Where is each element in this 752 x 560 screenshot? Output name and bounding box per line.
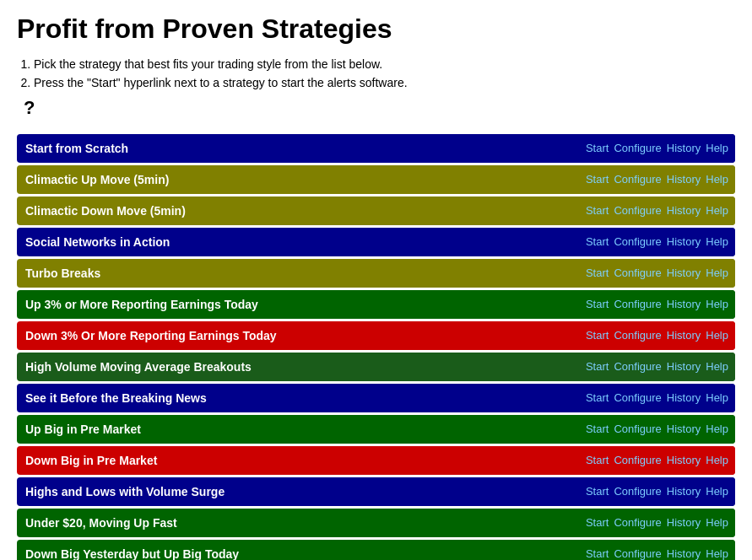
strategy-row: Down Big in Pre MarketStartConfigureHist… <box>17 446 735 475</box>
strategy-start-link[interactable]: Start <box>586 547 609 560</box>
strategy-row: Under $20, Moving Up FastStartConfigureH… <box>17 509 735 537</box>
strategy-row: Down 3% Or More Reporting Earnings Today… <box>17 321 735 350</box>
strategy-configure-link[interactable]: Configure <box>614 142 661 154</box>
strategy-name: Down 3% Or More Reporting Earnings Today <box>17 321 549 350</box>
strategy-history-link[interactable]: History <box>667 485 701 498</box>
strategy-configure-link[interactable]: Configure <box>614 329 661 342</box>
strategy-help-link[interactable]: Help <box>706 204 728 217</box>
strategy-help-link[interactable]: Help <box>706 329 728 342</box>
strategy-start-link[interactable]: Start <box>586 235 609 248</box>
strategy-actions: StartConfigureHistoryHelp <box>549 540 735 560</box>
strategy-configure-link[interactable]: Configure <box>614 235 661 248</box>
strategy-row: Up Big in Pre MarketStartConfigureHistor… <box>17 415 735 444</box>
strategy-actions: StartConfigureHistoryHelp <box>549 353 735 381</box>
strategy-help-link[interactable]: Help <box>706 516 728 529</box>
strategy-configure-link[interactable]: Configure <box>614 360 661 373</box>
strategy-history-link[interactable]: History <box>667 142 701 154</box>
strategy-help-link[interactable]: Help <box>706 267 728 279</box>
page-title: Profit from Proven Strategies <box>17 13 735 45</box>
strategy-start-link[interactable]: Start <box>586 173 609 186</box>
strategy-actions: StartConfigureHistoryHelp <box>549 415 735 444</box>
strategy-start-link[interactable]: Start <box>586 298 609 310</box>
strategy-row: Up 3% or More Reporting Earnings TodaySt… <box>17 290 735 319</box>
strategy-row: Climactic Down Move (5min)StartConfigure… <box>17 197 735 225</box>
strategy-configure-link[interactable]: Configure <box>614 485 661 498</box>
instructions-block: Pick the strategy that best fits your tr… <box>17 55 735 122</box>
strategy-history-link[interactable]: History <box>667 547 701 560</box>
strategy-actions: StartConfigureHistoryHelp <box>549 477 735 506</box>
strategy-history-link[interactable]: History <box>667 204 701 217</box>
strategy-name: Down Big in Pre Market <box>17 446 549 475</box>
strategy-start-link[interactable]: Start <box>586 516 609 529</box>
strategy-name: Up 3% or More Reporting Earnings Today <box>17 290 549 319</box>
strategy-help-link[interactable]: Help <box>706 360 728 373</box>
strategy-history-link[interactable]: History <box>667 298 701 310</box>
strategy-configure-link[interactable]: Configure <box>614 516 661 529</box>
strategy-start-link[interactable]: Start <box>586 329 609 342</box>
strategy-row: Climactic Up Move (5min)StartConfigureHi… <box>17 165 735 194</box>
strategy-actions: StartConfigureHistoryHelp <box>549 197 735 225</box>
strategy-start-link[interactable]: Start <box>586 360 609 373</box>
strategy-row: Start from ScratchStartConfigureHistoryH… <box>17 134 735 163</box>
strategy-name: Climactic Up Move (5min) <box>17 165 549 194</box>
help-question-icon[interactable]: ? <box>24 93 35 122</box>
strategy-actions: StartConfigureHistoryHelp <box>549 321 735 350</box>
strategy-history-link[interactable]: History <box>667 173 701 186</box>
strategies-list: Start from ScratchStartConfigureHistoryH… <box>17 134 735 560</box>
strategy-name: Turbo Breaks <box>17 259 549 288</box>
strategy-actions: StartConfigureHistoryHelp <box>549 259 735 288</box>
strategy-help-link[interactable]: Help <box>706 298 728 310</box>
strategy-help-link[interactable]: Help <box>706 391 728 404</box>
strategy-start-link[interactable]: Start <box>586 142 609 154</box>
strategy-start-link[interactable]: Start <box>586 454 609 466</box>
strategy-row: Social Networks in ActionStartConfigureH… <box>17 228 735 256</box>
strategy-start-link[interactable]: Start <box>586 391 609 404</box>
strategy-history-link[interactable]: History <box>667 516 701 529</box>
strategy-actions: StartConfigureHistoryHelp <box>549 446 735 475</box>
strategy-name: Climactic Down Move (5min) <box>17 197 549 225</box>
strategy-row: Down Big Yesterday but Up Big TodayStart… <box>17 540 735 560</box>
strategy-history-link[interactable]: History <box>667 360 701 373</box>
strategy-start-link[interactable]: Start <box>586 485 609 498</box>
strategy-actions: StartConfigureHistoryHelp <box>549 228 735 256</box>
instruction-2: Press the "Start" hyperlink next to a st… <box>34 73 735 92</box>
strategy-name: Social Networks in Action <box>17 228 549 256</box>
strategy-start-link[interactable]: Start <box>586 267 609 279</box>
strategy-actions: StartConfigureHistoryHelp <box>549 165 735 194</box>
strategy-start-link[interactable]: Start <box>586 423 609 435</box>
strategy-help-link[interactable]: Help <box>706 454 728 466</box>
strategy-help-link[interactable]: Help <box>706 423 728 435</box>
strategy-row: High Volume Moving Average BreakoutsStar… <box>17 353 735 381</box>
strategy-help-link[interactable]: Help <box>706 235 728 248</box>
strategy-history-link[interactable]: History <box>667 329 701 342</box>
strategy-actions: StartConfigureHistoryHelp <box>549 290 735 319</box>
strategy-name: Under $20, Moving Up Fast <box>17 509 549 537</box>
strategy-history-link[interactable]: History <box>667 267 701 279</box>
strategy-row: See it Before the Breaking NewsStartConf… <box>17 384 735 412</box>
strategy-configure-link[interactable]: Configure <box>614 547 661 560</box>
strategy-configure-link[interactable]: Configure <box>614 173 661 186</box>
strategy-configure-link[interactable]: Configure <box>614 298 661 310</box>
strategy-configure-link[interactable]: Configure <box>614 267 661 279</box>
strategy-help-link[interactable]: Help <box>706 485 728 498</box>
instruction-1: Pick the strategy that best fits your tr… <box>34 55 735 73</box>
strategy-help-link[interactable]: Help <box>706 173 728 186</box>
strategy-row: Turbo BreaksStartConfigureHistoryHelp <box>17 259 735 288</box>
strategy-row: Highs and Lows with Volume SurgeStartCon… <box>17 477 735 506</box>
strategy-history-link[interactable]: History <box>667 235 701 248</box>
strategy-history-link[interactable]: History <box>667 391 701 404</box>
strategy-help-link[interactable]: Help <box>706 547 728 560</box>
strategy-history-link[interactable]: History <box>667 423 701 435</box>
strategy-configure-link[interactable]: Configure <box>614 454 661 466</box>
strategy-name: Up Big in Pre Market <box>17 415 549 444</box>
strategy-history-link[interactable]: History <box>667 454 701 466</box>
strategy-configure-link[interactable]: Configure <box>614 391 661 404</box>
strategy-name: See it Before the Breaking News <box>17 384 549 412</box>
strategy-configure-link[interactable]: Configure <box>614 423 661 435</box>
strategy-help-link[interactable]: Help <box>706 142 728 154</box>
strategy-actions: StartConfigureHistoryHelp <box>549 384 735 412</box>
strategy-name: High Volume Moving Average Breakouts <box>17 353 549 381</box>
strategy-configure-link[interactable]: Configure <box>614 204 661 217</box>
strategy-start-link[interactable]: Start <box>586 204 609 217</box>
strategy-actions: StartConfigureHistoryHelp <box>549 509 735 537</box>
